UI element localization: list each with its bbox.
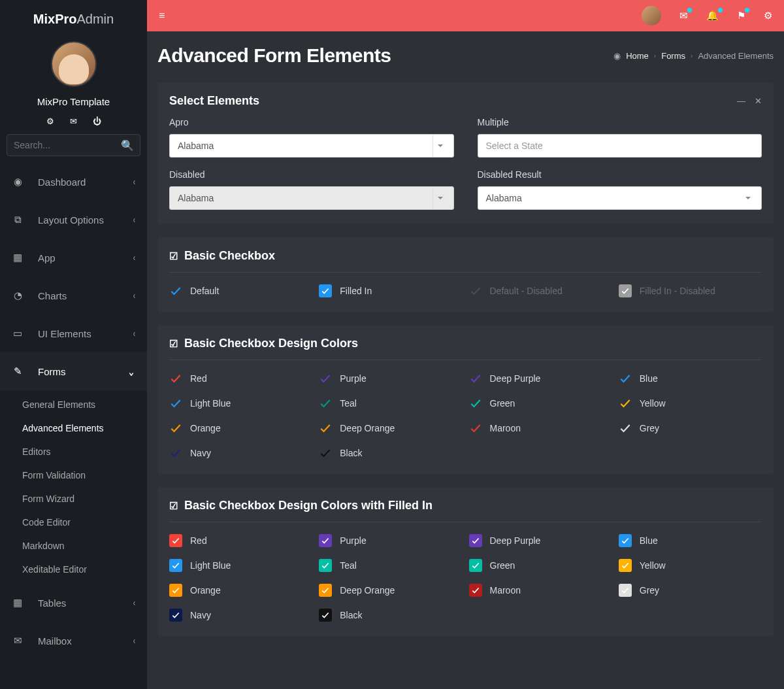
label-apro: Apro: [169, 117, 454, 127]
select-apro[interactable]: Alabama: [169, 134, 454, 158]
profile-block: MixPro Template ⚙ ✉ ⏻: [0, 35, 147, 127]
sub-general-elements[interactable]: General Elements: [0, 393, 147, 416]
checkbox-yellow[interactable]: Yellow: [619, 559, 762, 572]
avatar-large[interactable]: [51, 41, 97, 87]
check-icon: [469, 397, 482, 410]
checkbox-filled-in[interactable]: Filled In: [319, 284, 462, 297]
sub-editors[interactable]: Editors: [0, 440, 147, 463]
filled-checkbox-icon: [469, 534, 482, 547]
checkbox-grey[interactable]: Grey: [619, 584, 762, 597]
chevron-left-icon: ‹: [133, 214, 135, 224]
checkbox-deep-orange[interactable]: Deep Orange: [319, 584, 462, 597]
mail-icon[interactable]: ✉: [679, 10, 688, 22]
minimize-icon[interactable]: —: [737, 96, 745, 106]
checkbox-green[interactable]: Green: [469, 397, 612, 410]
checkbox-light-blue[interactable]: Light Blue: [169, 397, 312, 410]
nav-mailbox[interactable]: ✉Mailbox ‹: [0, 622, 147, 660]
select-placeholder: Select a State: [486, 141, 543, 151]
select-multiple[interactable]: Select a State: [478, 134, 762, 158]
checkbox-label: Orange: [190, 423, 221, 433]
checkbox-teal[interactable]: Teal: [319, 559, 462, 572]
checkbox-label: Filled In - Disabled: [640, 286, 715, 296]
chevron-down-icon: [433, 187, 448, 209]
checkbox-purple[interactable]: Purple: [319, 372, 462, 385]
checkbox-black[interactable]: Black: [319, 609, 462, 622]
breadcrumb-forms[interactable]: Forms: [661, 51, 685, 61]
checkbox-label: Black: [340, 610, 362, 620]
checkbox-yellow[interactable]: Yellow: [619, 397, 762, 410]
checkbox-orange[interactable]: Orange: [169, 584, 312, 597]
brand-logo[interactable]: MixProAdmin: [0, 0, 147, 35]
checkbox-deep-purple[interactable]: Deep Purple: [469, 372, 612, 385]
chevron-right-icon: ›: [691, 52, 693, 59]
checkbox-red[interactable]: Red: [169, 372, 312, 385]
checkbox-orange[interactable]: Orange: [169, 422, 312, 435]
checkbox-label: Purple: [340, 373, 366, 384]
sub-code-editor[interactable]: Code Editor: [0, 511, 147, 534]
checkbox-navy[interactable]: Navy: [169, 446, 312, 460]
check-icon: [319, 372, 332, 385]
mail-icon[interactable]: ✉: [70, 116, 77, 126]
chevron-left-icon: ‹: [133, 597, 135, 607]
nav-dashboard[interactable]: ◉Dashboard ‹: [0, 163, 147, 201]
grid-icon: ▦: [12, 252, 24, 263]
divider: [169, 272, 762, 273]
checkbox-grey[interactable]: Grey: [619, 422, 762, 435]
sub-form-wizard[interactable]: Form Wizard: [0, 487, 147, 511]
checkbox-icon: ☑: [169, 338, 178, 350]
filled-checkbox-icon: [319, 534, 332, 547]
checkbox-deep-orange[interactable]: Deep Orange: [319, 422, 462, 435]
checkbox-label: Black: [340, 448, 362, 458]
sub-form-validation[interactable]: Form Validation: [0, 463, 147, 487]
nav-app[interactable]: ▦App ‹: [0, 239, 147, 277]
bell-icon[interactable]: 🔔: [706, 10, 719, 22]
nav-charts[interactable]: ◔Charts ‹: [0, 277, 147, 314]
sub-xeditable-editor[interactable]: Xeditable Editor: [0, 558, 147, 581]
checkbox-maroon[interactable]: Maroon: [469, 584, 612, 597]
sub-advanced-elements[interactable]: Advanced Elements: [0, 416, 147, 440]
edit-icon: ✎: [12, 365, 24, 377]
checkbox-red[interactable]: Red: [169, 534, 312, 547]
chevron-down-icon: [433, 135, 448, 157]
flag-icon[interactable]: ⚑: [737, 10, 745, 22]
checkbox-teal[interactable]: Teal: [319, 397, 462, 410]
nav-forms[interactable]: ✎Forms: [0, 352, 147, 390]
checkbox-blue[interactable]: Blue: [619, 534, 762, 547]
avatar-small[interactable]: [642, 6, 661, 25]
gear-icon[interactable]: ⚙: [764, 10, 772, 22]
search-icon[interactable]: 🔍: [121, 139, 134, 152]
checkbox-label: Green: [490, 398, 515, 409]
checkbox-default---disabled: Default - Disabled: [469, 284, 612, 297]
gear-icon[interactable]: ⚙: [46, 116, 54, 126]
sub-markdown[interactable]: Markdown: [0, 534, 147, 558]
checkbox-maroon[interactable]: Maroon: [469, 422, 612, 435]
filled-checkbox-icon: [169, 534, 182, 547]
menu-toggle-icon[interactable]: ≡: [159, 10, 165, 22]
brand-light: Admin: [76, 12, 114, 26]
main-nav: ◉Dashboard ‹ ⧉Layout Options ‹ ▦App ‹ ◔C…: [0, 163, 147, 660]
checkbox-navy[interactable]: Navy: [169, 609, 312, 622]
breadcrumb-home[interactable]: Home: [626, 51, 649, 61]
panel-title-text: Basic Checkbox Design Colors: [184, 337, 358, 350]
checkbox-black[interactable]: Black: [319, 446, 462, 460]
select-disabled-result[interactable]: Alabama: [478, 186, 762, 210]
nav-tables[interactable]: ▦Tables ‹: [0, 584, 147, 622]
nav-ui-elements[interactable]: ▭UI Elements ‹: [0, 314, 147, 352]
filled-checkbox-icon: [169, 559, 182, 572]
checkbox-green[interactable]: Green: [469, 559, 612, 572]
nav-layout-options[interactable]: ⧉Layout Options ‹: [0, 201, 147, 239]
topbar: ≡ ✉ 🔔 ⚑ ⚙: [147, 0, 784, 31]
filled-checkbox-icon: [169, 584, 182, 597]
breadcrumb: ◉ Home › Forms › Advanced Elements: [613, 51, 774, 61]
checkbox-label: Blue: [640, 373, 658, 384]
checkbox-purple[interactable]: Purple: [319, 534, 462, 547]
dashboard-icon: ◉: [613, 51, 621, 61]
checkbox-blue[interactable]: Blue: [619, 372, 762, 385]
close-icon[interactable]: ✕: [755, 96, 762, 106]
check-icon: [619, 397, 632, 410]
dashboard-icon: ◉: [12, 176, 24, 188]
checkbox-default[interactable]: Default: [169, 284, 312, 297]
power-icon[interactable]: ⏻: [93, 116, 101, 126]
checkbox-light-blue[interactable]: Light Blue: [169, 559, 312, 572]
checkbox-deep-purple[interactable]: Deep Purple: [469, 534, 612, 547]
